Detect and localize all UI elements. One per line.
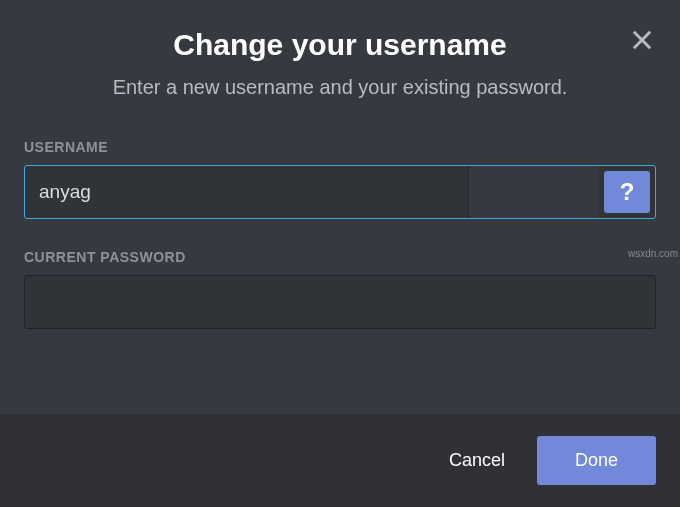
modal-subtitle: Enter a new username and your existing p…	[24, 76, 656, 99]
username-label: USERNAME	[24, 139, 656, 155]
watermark-text: wsxdn.com	[628, 248, 678, 259]
modal-footer: Cancel Done	[0, 414, 680, 507]
username-row: ?	[24, 165, 656, 219]
close-button[interactable]	[628, 26, 656, 54]
modal-header: Change your username Enter a new usernam…	[0, 0, 680, 119]
cancel-button[interactable]: Cancel	[441, 438, 513, 483]
close-icon	[628, 26, 656, 54]
form-body: USERNAME ? CURRENT PASSWORD	[0, 119, 680, 414]
question-icon: ?	[620, 178, 635, 206]
help-button[interactable]: ?	[604, 171, 650, 213]
password-input[interactable]	[24, 275, 656, 329]
discriminator-input[interactable]	[469, 166, 599, 218]
done-button[interactable]: Done	[537, 436, 656, 485]
username-input[interactable]	[25, 166, 469, 218]
modal-title: Change your username	[24, 28, 656, 62]
change-username-modal: Change your username Enter a new usernam…	[0, 0, 680, 507]
password-label: CURRENT PASSWORD	[24, 249, 656, 265]
